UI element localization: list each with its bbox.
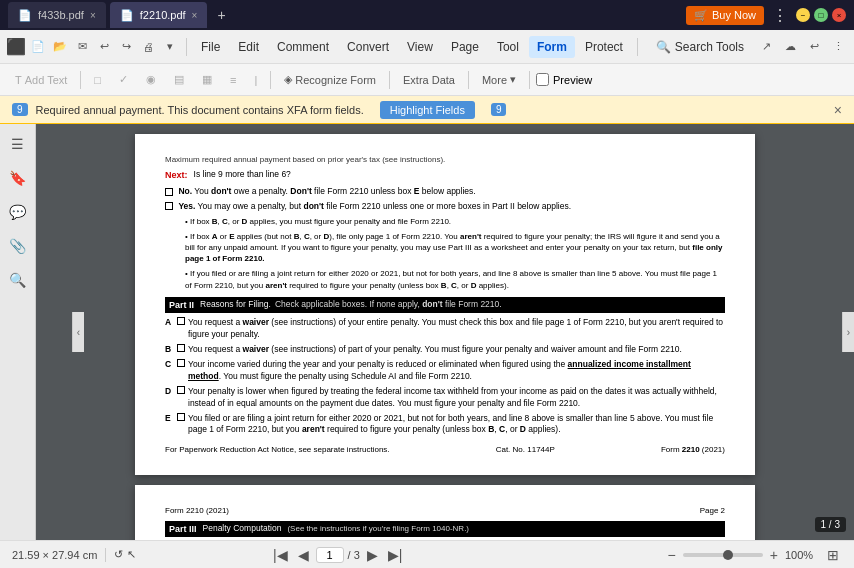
- left-sidebar: ☰ 🔖 💬 📎 🔍: [0, 124, 36, 540]
- menu-edit[interactable]: Edit: [230, 36, 267, 58]
- preview-checkbox-label[interactable]: Preview: [536, 73, 592, 86]
- toolbar-sep-5: [529, 71, 530, 89]
- extra-data-button[interactable]: Extra Data: [396, 71, 462, 89]
- current-page-input[interactable]: [316, 547, 344, 563]
- tool-icon-2[interactable]: ✓: [112, 70, 135, 89]
- redo-icon[interactable]: ↪: [116, 37, 136, 57]
- first-page-button[interactable]: |◀: [270, 547, 291, 563]
- email-icon[interactable]: ✉: [72, 37, 92, 57]
- row-e-checkbox[interactable]: [177, 413, 185, 421]
- tab-close-1[interactable]: ×: [90, 10, 96, 21]
- add-text-icon: T: [15, 74, 22, 86]
- page1-line9-note: Maximum required annual payment based on…: [165, 154, 725, 165]
- next-page-button[interactable]: ▶: [364, 547, 381, 563]
- pdf-page-2: Form 2210 (2021) Page 2 Part III Penalty…: [135, 485, 755, 540]
- row-e-text: You filed or are filing a joint return f…: [188, 413, 725, 437]
- page-separator: / 3: [348, 549, 360, 561]
- page-dimensions: 21.59 × 27.94 cm: [12, 549, 97, 561]
- left-panel-toggle[interactable]: ‹: [72, 312, 84, 352]
- yes-checkbox[interactable]: [165, 202, 173, 210]
- part-iii-header-row: Part III Penalty Computation (See the in…: [165, 521, 725, 538]
- part-ii-row-c: C Your income varied during the year and…: [165, 359, 725, 383]
- maximize-button[interactable]: □: [814, 8, 828, 22]
- tool-icon-5[interactable]: ▦: [195, 70, 219, 89]
- tab-f2210[interactable]: 📄 f2210.pdf ×: [110, 2, 208, 28]
- zoom-level-label: 100%: [785, 549, 820, 561]
- sidebar-thumbnails-icon[interactable]: ☰: [4, 130, 32, 158]
- close-button[interactable]: ×: [832, 8, 846, 22]
- more-button[interactable]: More ▾: [475, 70, 523, 89]
- form-toolbar: T Add Text □ ✓ ◉ ▤ ▦ ≡ | ◈ Recognize For…: [0, 64, 854, 96]
- sidebar-bookmarks-icon[interactable]: 🔖: [4, 164, 32, 192]
- main-content: ☰ 🔖 💬 📎 🔍 ‹ › Maximum required annual pa…: [0, 124, 854, 540]
- minimize-button[interactable]: −: [796, 8, 810, 22]
- undo-icon[interactable]: ↩: [94, 37, 114, 57]
- menu-form[interactable]: Form: [529, 36, 575, 58]
- cursor-icon[interactable]: ↖: [127, 548, 136, 561]
- notification-bar: 9 Required annual payment. This document…: [0, 96, 854, 124]
- menu-dots-icon[interactable]: ⋮: [772, 6, 788, 25]
- window-controls: − □ ×: [796, 8, 846, 22]
- menu-protect[interactable]: Protect: [577, 36, 631, 58]
- undo2-icon[interactable]: ↩: [804, 37, 824, 57]
- search-tools-button[interactable]: 🔍 Search Tools: [648, 36, 752, 58]
- add-text-button[interactable]: T Add Text: [8, 71, 74, 89]
- buy-now-button[interactable]: 🛒 Buy Now: [686, 6, 764, 25]
- right-panel-toggle[interactable]: ›: [842, 312, 854, 352]
- cloud-icon[interactable]: ☁: [780, 37, 800, 57]
- zoom-out-button[interactable]: −: [665, 547, 679, 563]
- row-c-checkbox[interactable]: [177, 359, 185, 367]
- sidebar-search-icon[interactable]: 🔍: [4, 266, 32, 294]
- row-a-checkbox[interactable]: [177, 317, 185, 325]
- open-file-icon[interactable]: 📂: [50, 37, 70, 57]
- no-dont-file-bold: Don't: [290, 186, 311, 196]
- menu-view[interactable]: View: [399, 36, 441, 58]
- footer-cat-no: Cat. No. 11744P: [496, 444, 555, 455]
- row-d-checkbox[interactable]: [177, 386, 185, 394]
- rotate-icon[interactable]: ↺: [114, 548, 123, 561]
- tool-icon-3[interactable]: ◉: [139, 70, 163, 89]
- tool-icon-6[interactable]: ≡: [223, 71, 243, 89]
- recognize-label: Recognize Form: [295, 74, 376, 86]
- zoom-handle[interactable]: [723, 550, 733, 560]
- preview-checkbox[interactable]: [536, 73, 549, 86]
- recognize-form-button[interactable]: ◈ Recognize Form: [277, 70, 383, 89]
- tab-icon-2: 📄: [120, 9, 134, 22]
- pdf-area[interactable]: ‹ › Maximum required annual payment base…: [36, 124, 854, 540]
- zoom-in-button[interactable]: +: [767, 547, 781, 563]
- add-tab-button[interactable]: +: [211, 5, 231, 25]
- tab-f433b[interactable]: 📄 f433b.pdf ×: [8, 2, 106, 28]
- tab-close-2[interactable]: ×: [192, 10, 198, 21]
- highlight-fields-button[interactable]: Highlight Fields: [380, 101, 475, 119]
- sidebar-comments-icon[interactable]: 💬: [4, 198, 32, 226]
- tab-group: 📄 f433b.pdf × 📄 f2210.pdf × +: [8, 2, 232, 28]
- menu-tool[interactable]: Tool: [489, 36, 527, 58]
- menu-convert[interactable]: Convert: [339, 36, 397, 58]
- page-count-badge: 1 / 3: [815, 517, 846, 532]
- tool-icon-7[interactable]: |: [247, 71, 264, 89]
- menu-page[interactable]: Page: [443, 36, 487, 58]
- no-checkbox[interactable]: [165, 188, 173, 196]
- row-b-checkbox[interactable]: [177, 344, 185, 352]
- part-ii-instruction: Check applicable boxes. If none apply, d…: [275, 299, 502, 311]
- toolbar-sep-4: [468, 71, 469, 89]
- tool-icon-1[interactable]: □: [87, 71, 108, 89]
- print-icon[interactable]: 🖨: [138, 37, 158, 57]
- fit-page-button[interactable]: ⊞: [824, 547, 842, 563]
- last-page-button[interactable]: ▶|: [385, 547, 406, 563]
- notification-close-button[interactable]: ×: [834, 102, 842, 118]
- new-file-icon[interactable]: 📄: [28, 37, 48, 57]
- more-label: More: [482, 74, 507, 86]
- share-icon[interactable]: ↗: [756, 37, 776, 57]
- menu-home[interactable]: File: [193, 36, 228, 58]
- menu-comment[interactable]: Comment: [269, 36, 337, 58]
- prev-page-button[interactable]: ◀: [295, 547, 312, 563]
- tool-icon-4[interactable]: ▤: [167, 70, 191, 89]
- zoom-slider[interactable]: [683, 553, 763, 557]
- dropdown-icon[interactable]: ▾: [160, 37, 180, 57]
- bullet-joint: • If you filed or are filing a joint ret…: [185, 268, 725, 290]
- tab-label-1: f433b.pdf: [38, 9, 84, 21]
- sidebar-attachments-icon[interactable]: 📎: [4, 232, 32, 260]
- next-label: Next:: [165, 169, 188, 182]
- more-icon[interactable]: ⋮: [828, 37, 848, 57]
